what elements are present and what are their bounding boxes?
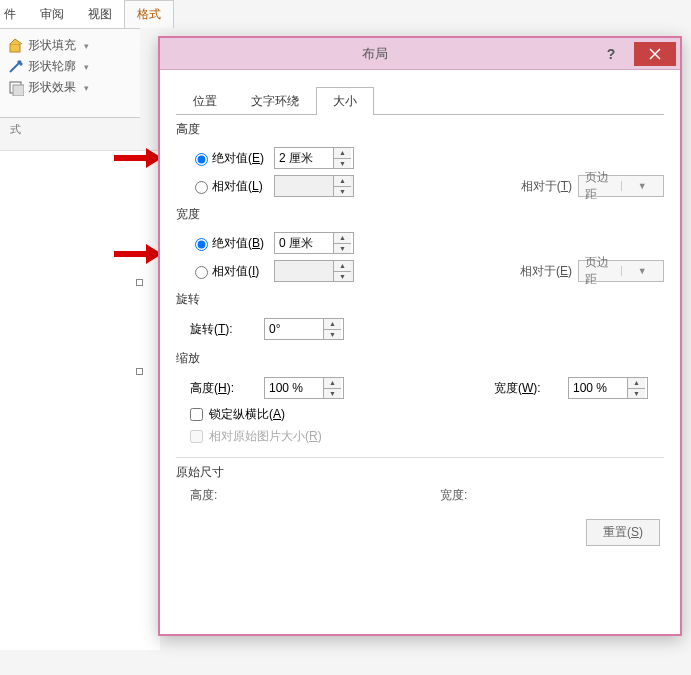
width-relative-radio[interactable]: 相对值(I) xyxy=(190,263,274,280)
tab-file-fragment[interactable]: 件 xyxy=(0,1,28,28)
height-relative-radio-input[interactable] xyxy=(195,181,208,194)
shape-effects-label: 形状效果 xyxy=(28,79,76,96)
height-title: 高度 xyxy=(176,121,664,138)
tab-position[interactable]: 位置 xyxy=(176,87,234,115)
spin-down-icon: ▼ xyxy=(334,187,351,197)
spin-up-icon[interactable]: ▲ xyxy=(324,319,341,330)
width-section: 宽度 绝对值(B) ▲▼ 相对值(I) ▲▼ xyxy=(176,206,664,285)
close-button[interactable] xyxy=(634,42,676,66)
width-absolute-input[interactable] xyxy=(275,233,333,253)
help-button[interactable]: ? xyxy=(590,42,632,66)
scale-section: 缩放 高度(H): ▲▼ 宽度(W): ▲▼ 锁定纵横比(A) xyxy=(176,350,664,447)
dropdown-icon: ▾ xyxy=(84,83,89,93)
rotate-section: 旋转 旋转(T): ▲▼ xyxy=(176,291,664,344)
selection-handle[interactable] xyxy=(136,279,143,286)
dropdown-icon: ▾ xyxy=(84,62,89,72)
shape-outline-button[interactable]: 形状轮廓▾ xyxy=(4,56,136,77)
height-relative-to-label: 相对于(T) xyxy=(521,178,572,195)
width-absolute-radio-input[interactable] xyxy=(195,238,208,251)
width-absolute-radio[interactable]: 绝对值(B) xyxy=(190,235,274,252)
scale-height-spinner[interactable]: ▲▼ xyxy=(264,377,344,399)
height-absolute-spinner[interactable]: ▲▼ xyxy=(274,147,354,169)
spin-up-icon: ▲ xyxy=(334,176,351,187)
height-absolute-radio-input[interactable] xyxy=(195,153,208,166)
original-width-label: 宽度: xyxy=(440,487,467,509)
width-relative-radio-input[interactable] xyxy=(195,266,208,279)
chevron-down-icon: ▼ xyxy=(621,181,664,191)
shape-fill-label: 形状填充 xyxy=(28,37,76,54)
spin-down-icon: ▼ xyxy=(334,272,351,282)
dropdown-icon: ▾ xyxy=(84,41,89,51)
spin-down-icon[interactable]: ▼ xyxy=(628,389,645,399)
original-size-section: 原始尺寸 高度: 宽度: 重置(S) xyxy=(176,464,664,546)
layout-dialog: 布局 ? 位置 文字环绕 大小 高度 绝对值(E) ▲▼ xyxy=(158,36,682,636)
height-section: 高度 绝对值(E) ▲▼ 相对值(L) ▲▼ xyxy=(176,121,664,200)
width-absolute-spinner[interactable]: ▲▼ xyxy=(274,232,354,254)
svg-rect-0 xyxy=(10,44,20,52)
relative-original-input xyxy=(190,430,203,443)
scale-height-input[interactable] xyxy=(265,378,323,398)
ribbon-group-label: 式 xyxy=(0,122,30,137)
shape-outline-icon xyxy=(8,59,24,75)
dialog-title: 布局 xyxy=(160,45,590,63)
width-relative-input xyxy=(275,261,333,281)
lock-aspect-checkbox[interactable]: 锁定纵横比(A) xyxy=(190,403,664,425)
shape-outline-label: 形状轮廓 xyxy=(28,58,76,75)
width-title: 宽度 xyxy=(176,206,664,223)
spin-up-icon[interactable]: ▲ xyxy=(628,378,645,389)
rotate-label: 旋转(T): xyxy=(190,321,264,338)
combo-value: 页边距 xyxy=(579,254,621,288)
rotate-input[interactable] xyxy=(265,319,323,339)
chevron-down-icon: ▼ xyxy=(621,266,664,276)
combo-value: 页边距 xyxy=(579,169,621,203)
original-size-title: 原始尺寸 xyxy=(176,464,664,481)
scale-width-input[interactable] xyxy=(569,378,627,398)
spin-down-icon[interactable]: ▼ xyxy=(324,389,341,399)
lock-aspect-input[interactable] xyxy=(190,408,203,421)
width-relative-to-label: 相对于(E) xyxy=(520,263,572,280)
ribbon-panel: 形状填充▾ 形状轮廓▾ 形状效果▾ xyxy=(0,28,140,118)
width-relative-to-combo: 页边距 ▼ xyxy=(578,260,664,282)
height-relative-to-combo: 页边距 ▼ xyxy=(578,175,664,197)
scale-width-spinner[interactable]: ▲▼ xyxy=(568,377,648,399)
shape-effects-icon xyxy=(8,80,24,96)
height-absolute-input[interactable] xyxy=(275,148,333,168)
tab-format[interactable]: 格式 xyxy=(124,0,174,28)
scale-height-label: 高度(H): xyxy=(190,380,264,397)
original-height-label: 高度: xyxy=(190,487,440,509)
dialog-titlebar[interactable]: 布局 ? xyxy=(160,38,680,70)
rotate-spinner[interactable]: ▲▼ xyxy=(264,318,344,340)
spin-up-icon: ▲ xyxy=(334,261,351,272)
height-relative-spinner: ▲▼ xyxy=(274,175,354,197)
spin-up-icon[interactable]: ▲ xyxy=(334,233,351,244)
spin-down-icon[interactable]: ▼ xyxy=(324,330,341,340)
dialog-tabs: 位置 文字环绕 大小 xyxy=(176,86,664,115)
tab-view[interactable]: 视图 xyxy=(76,1,124,28)
scale-width-label: 宽度(W): xyxy=(494,380,568,397)
close-icon xyxy=(649,48,661,60)
relative-original-checkbox: 相对原始图片大小(R) xyxy=(190,425,664,447)
shape-fill-button[interactable]: 形状填充▾ xyxy=(4,35,136,56)
spin-down-icon[interactable]: ▼ xyxy=(334,244,351,254)
tab-size[interactable]: 大小 xyxy=(316,87,374,115)
selection-handle[interactable] xyxy=(136,368,143,375)
shape-fill-icon xyxy=(8,38,24,54)
reset-button: 重置(S) xyxy=(586,519,660,546)
spin-down-icon[interactable]: ▼ xyxy=(334,159,351,169)
height-relative-radio[interactable]: 相对值(L) xyxy=(190,178,274,195)
height-absolute-radio[interactable]: 绝对值(E) xyxy=(190,150,274,167)
width-relative-spinner: ▲▼ xyxy=(274,260,354,282)
ribbon-tab-strip: 件 审阅 视图 格式 xyxy=(0,0,174,28)
document-canvas xyxy=(0,150,160,650)
shape-effects-button[interactable]: 形状效果▾ xyxy=(4,77,136,98)
svg-rect-2 xyxy=(13,85,24,96)
scale-title: 缩放 xyxy=(176,350,664,367)
spin-up-icon[interactable]: ▲ xyxy=(334,148,351,159)
height-relative-input xyxy=(275,176,333,196)
tab-text-wrapping[interactable]: 文字环绕 xyxy=(234,87,316,115)
tab-review[interactable]: 审阅 xyxy=(28,1,76,28)
rotate-title: 旋转 xyxy=(176,291,664,308)
spin-up-icon[interactable]: ▲ xyxy=(324,378,341,389)
